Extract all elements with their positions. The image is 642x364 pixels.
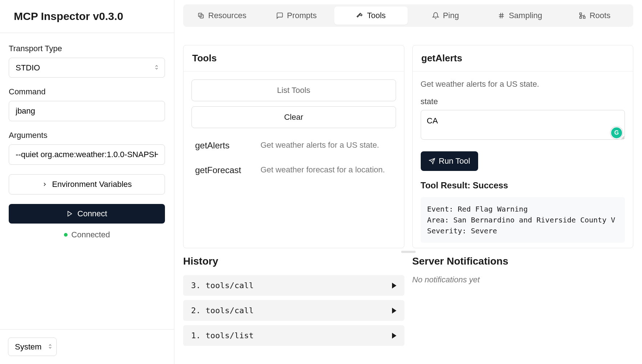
status-label: Connected <box>71 230 110 240</box>
transport-select[interactable]: STDIO <box>9 58 165 78</box>
connection-status: Connected <box>9 230 165 240</box>
panels: Tools List Tools Clear getAlerts Get wea… <box>183 45 633 248</box>
play-icon <box>392 333 396 339</box>
notifications-panel: Server Notifications No notifications ye… <box>412 255 634 364</box>
tool-detail-panel: getAlerts Get weather alerts for a US st… <box>412 45 634 248</box>
tool-detail-title: getAlerts <box>421 53 625 64</box>
svg-line-4 <box>500 13 501 19</box>
tool-name: getAlerts <box>195 140 253 151</box>
app-title: MCP Inspector v0.3.0 <box>14 10 160 23</box>
svg-rect-7 <box>583 17 585 19</box>
history-row[interactable]: 3. tools/call <box>183 275 404 296</box>
svg-rect-6 <box>580 13 581 15</box>
tab-roots[interactable]: Roots <box>558 7 631 25</box>
command-input[interactable] <box>9 101 165 121</box>
tool-desc: Get weather alerts for a US state. <box>261 140 379 151</box>
tab-prompts[interactable]: Prompts <box>260 7 333 25</box>
run-tool-button[interactable]: Run Tool <box>421 151 478 171</box>
play-icon <box>66 210 73 217</box>
hash-icon <box>498 12 505 19</box>
transport-label: Transport Type <box>9 44 165 53</box>
tool-desc: Get weather forecast for a location. <box>261 165 385 175</box>
svg-line-5 <box>502 13 503 19</box>
tabs-bar: Resources Prompts Tools Ping Sampling Ro… <box>183 4 633 27</box>
send-icon <box>429 158 435 164</box>
history-row[interactable]: 1. tools/list <box>183 325 404 346</box>
tool-description: Get weather alerts for a US state. <box>421 79 625 89</box>
arguments-input[interactable] <box>9 144 165 165</box>
tab-tools[interactable]: Tools <box>334 7 407 25</box>
notifications-title: Server Notifications <box>412 255 634 267</box>
history-title: History <box>183 255 404 267</box>
arguments-label: Arguments <box>9 131 165 140</box>
param-input[interactable]: CA <box>421 110 625 140</box>
list-tools-button[interactable]: List Tools <box>191 79 396 101</box>
result-content: Event: Red Flag Warning Area: San Bernar… <box>421 197 625 243</box>
result-title: Tool Result: Success <box>421 180 625 191</box>
sidebar-footer: System <box>0 329 174 364</box>
play-icon <box>392 308 396 314</box>
history-row[interactable]: 2. tools/call <box>183 300 404 321</box>
environment-variables-button[interactable]: Environment Variables <box>9 174 165 195</box>
sidebar-body: Transport Type STDIO Command Arguments E… <box>0 33 174 329</box>
tool-row[interactable]: getAlerts Get weather alerts for a US st… <box>191 133 396 158</box>
play-icon <box>392 283 396 289</box>
tab-sampling[interactable]: Sampling <box>484 7 557 25</box>
chevron-right-icon <box>42 181 48 187</box>
tool-row[interactable]: getForecast Get weather forecast for a l… <box>191 158 396 183</box>
app-header: MCP Inspector v0.3.0 <box>0 0 174 33</box>
main-content: Resources Prompts Tools Ping Sampling Ro… <box>174 0 642 364</box>
hammer-icon <box>356 12 363 19</box>
tree-icon <box>579 12 586 19</box>
command-label: Command <box>9 87 165 97</box>
tab-ping[interactable]: Ping <box>409 7 482 25</box>
tools-panel: Tools List Tools Clear getAlerts Get wea… <box>183 45 404 248</box>
copy-icon <box>197 12 205 19</box>
bottom-panels: History 3. tools/call 2. tools/call 1. t… <box>183 255 633 364</box>
theme-select[interactable]: System <box>8 338 57 356</box>
connect-button[interactable]: Connect <box>9 204 165 224</box>
tool-name: getForecast <box>195 165 253 175</box>
resize-handle[interactable] <box>183 248 633 255</box>
status-dot-icon <box>64 233 68 237</box>
connect-label: Connect <box>77 209 107 218</box>
tab-resources[interactable]: Resources <box>185 7 258 25</box>
notifications-empty: No notifications yet <box>412 275 634 285</box>
svg-rect-8 <box>580 17 581 19</box>
env-label: Environment Variables <box>52 180 132 189</box>
bell-icon <box>432 12 439 19</box>
sidebar: MCP Inspector v0.3.0 Transport Type STDI… <box>0 0 174 364</box>
message-icon <box>276 12 283 19</box>
history-panel: History 3. tools/call 2. tools/call 1. t… <box>183 255 404 364</box>
clear-button[interactable]: Clear <box>191 106 396 128</box>
param-label: state <box>421 97 625 106</box>
tools-panel-title: Tools <box>192 53 395 64</box>
grammarly-icon[interactable]: G <box>610 127 623 139</box>
